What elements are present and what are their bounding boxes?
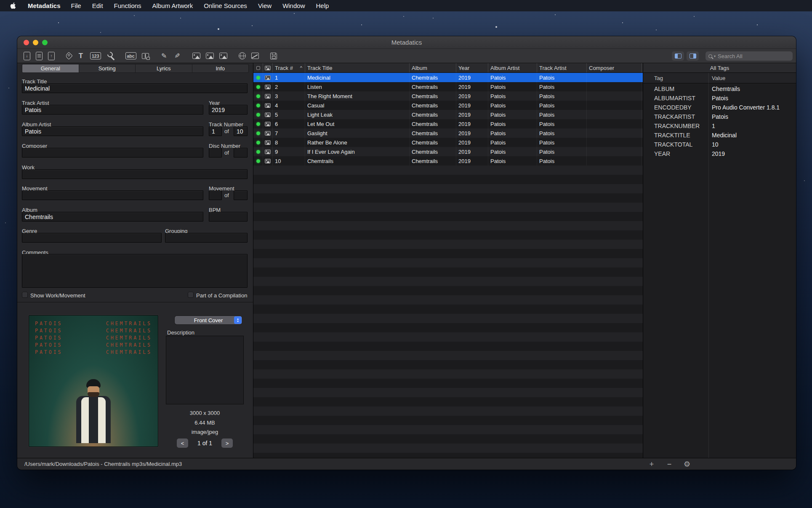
tag-column-header[interactable]: Tag: [643, 75, 708, 81]
movement-total-input[interactable]: [234, 190, 248, 200]
comments-input[interactable]: [22, 254, 248, 288]
column-header-year[interactable]: Year: [456, 63, 488, 72]
track-title-input[interactable]: [22, 83, 248, 93]
cover-text-line: PATOISCHEMTRAILS: [35, 335, 152, 342]
track-numbering-icon[interactable]: 123: [90, 52, 101, 59]
tab-lyrics[interactable]: Lyrics: [136, 64, 192, 72]
zoom-button[interactable]: [42, 40, 48, 45]
genre-input[interactable]: [22, 233, 162, 243]
toggle-right-panel-button[interactable]: [687, 51, 699, 61]
table-row[interactable]: 2ListenChemtrails2019PatoisPatois: [253, 82, 643, 91]
table-row[interactable]: 3The Right MomentChemtrails2019PatoisPat…: [253, 91, 643, 101]
menu-item-online-sources[interactable]: Online Sources: [198, 2, 253, 9]
track-number-input[interactable]: [209, 126, 222, 136]
menu-item-file[interactable]: File: [66, 2, 87, 9]
tag-row[interactable]: ALBUMARTISTPatois: [643, 94, 796, 103]
disc-total-input[interactable]: [234, 148, 248, 158]
column-header-album-artist[interactable]: Album Artist: [488, 63, 537, 72]
grouping-input[interactable]: [165, 233, 248, 243]
tag-actions-gear-icon[interactable]: ⚙: [681, 458, 693, 470]
menu-app-name[interactable]: Metadatics: [23, 2, 66, 9]
table-row[interactable]: 4CasualChemtrails2019PatoisPatois: [253, 101, 643, 110]
spellcheck-icon[interactable]: abc: [125, 52, 136, 59]
tag-row[interactable]: TRACKTOTAL10: [643, 140, 796, 149]
dictionary-lock-icon[interactable]: [142, 53, 149, 59]
tag-row[interactable]: TRACKARTISTPatois: [643, 112, 796, 121]
tag-row[interactable]: ENCODEDBYPro Audio Converter 1.8.1: [643, 103, 796, 112]
disc-number-input[interactable]: [209, 148, 222, 158]
show-work-movement-checkbox[interactable]: [22, 292, 28, 298]
year-cell: 2019: [456, 73, 488, 82]
save-icon[interactable]: [270, 53, 277, 59]
track-total-input[interactable]: [234, 126, 248, 136]
artwork-view-icon[interactable]: [206, 53, 214, 59]
search-scope-chevron-icon[interactable]: ▾: [714, 54, 716, 58]
column-header-track-title[interactable]: Track Title: [305, 63, 410, 72]
column-header-track-number[interactable]: Track # ^: [273, 63, 305, 72]
open-folder-icon[interactable]: [36, 52, 43, 60]
column-header-track-artist[interactable]: Track Artist: [537, 63, 587, 72]
tag-row[interactable]: TRACKNUMBER1: [643, 121, 796, 131]
toggle-left-panel-button[interactable]: [672, 51, 684, 61]
composer-input[interactable]: [22, 148, 203, 158]
tag-row[interactable]: ALBUMChemtrails: [643, 84, 796, 94]
album-cover[interactable]: PATOISCHEMTRAILSPATOISCHEMTRAILSPATOISCH…: [29, 315, 158, 447]
menu-item-functions[interactable]: Functions: [109, 2, 147, 9]
value-column-header[interactable]: Value: [708, 75, 725, 81]
year-input[interactable]: [209, 105, 248, 115]
remove-tags-icon[interactable]: [65, 52, 72, 59]
menu-item-album-artwork[interactable]: Album Artwork: [147, 2, 199, 9]
table-row[interactable]: 9If I Ever Love AgainChemtrails2019Patoi…: [253, 147, 643, 156]
table-row[interactable]: 7GaslightChemtrails2019PatoisPatois: [253, 128, 643, 138]
table-row[interactable]: 8Rather Be AloneChemtrails2019PatoisPato…: [253, 138, 643, 147]
description-box[interactable]: [166, 336, 244, 404]
column-header-album[interactable]: Album: [410, 63, 456, 72]
audio-analysis-icon[interactable]: [251, 53, 259, 59]
compilation-checkbox[interactable]: [188, 292, 194, 298]
movement-input[interactable]: [22, 190, 203, 200]
work-input[interactable]: [22, 169, 248, 179]
album-artist-input[interactable]: [22, 126, 203, 136]
add-tag-button[interactable]: +: [645, 458, 658, 470]
tab-info[interactable]: Info: [192, 64, 249, 72]
menu-item-edit[interactable]: Edit: [87, 2, 109, 9]
menu-item-help[interactable]: Help: [310, 2, 334, 9]
movement-number-input[interactable]: [209, 190, 222, 200]
tab-sorting[interactable]: Sorting: [79, 64, 136, 72]
search-input[interactable]: [718, 53, 790, 59]
open-files-icon[interactable]: ↓: [24, 52, 30, 60]
track-artist-input[interactable]: [22, 105, 203, 115]
tag-name: ALBUMARTIST: [643, 95, 708, 102]
tab-general[interactable]: General: [22, 64, 79, 72]
artwork-add-icon[interactable]: [192, 53, 200, 59]
utilities-wrench-icon[interactable]: [106, 51, 114, 61]
close-button[interactable]: [24, 40, 29, 45]
menu-item-view[interactable]: View: [253, 2, 277, 9]
export-file-icon[interactable]: ↑: [48, 52, 55, 60]
table-row[interactable]: 6Let Me OutChemtrails2019PatoisPatois: [253, 119, 643, 128]
menu-item-window[interactable]: Window: [277, 2, 310, 9]
tags-from-filename-icon[interactable]: ✎: [160, 51, 168, 61]
filename-from-tags-icon[interactable]: ✎: [173, 51, 181, 61]
column-header-composer[interactable]: Composer: [587, 63, 642, 72]
minimize-button[interactable]: [33, 40, 38, 45]
album-input[interactable]: [22, 212, 203, 222]
status-column-header[interactable]: [253, 63, 263, 72]
table-row[interactable]: 5Light LeakChemtrails2019PatoisPatois: [253, 110, 643, 119]
cover-type-value: Front Cover: [194, 317, 223, 324]
bpm-input[interactable]: [209, 212, 248, 222]
table-row[interactable]: 10ChemtrailsChemtrails2019PatoisPatois: [253, 156, 643, 166]
case-conversion-icon[interactable]: T: [77, 51, 85, 61]
tag-row[interactable]: TRACKTITLEMedicinal: [643, 131, 796, 140]
table-row[interactable]: 1MedicinalChemtrails2019PatoisPatois: [253, 73, 643, 82]
next-artwork-button[interactable]: >: [221, 438, 233, 448]
cover-type-select[interactable]: Front Cover ▲▼: [175, 316, 242, 324]
tag-row[interactable]: YEAR2019: [643, 149, 796, 158]
search-field[interactable]: ▾: [706, 51, 793, 61]
artwork-column-header[interactable]: [263, 63, 273, 72]
remove-tag-button[interactable]: −: [663, 458, 676, 470]
artwork-export-icon[interactable]: [219, 53, 227, 59]
online-sources-globe-icon[interactable]: [239, 52, 246, 59]
window-titlebar[interactable]: Metadatics: [17, 36, 796, 49]
apple-menu-icon[interactable]: [10, 2, 17, 9]
